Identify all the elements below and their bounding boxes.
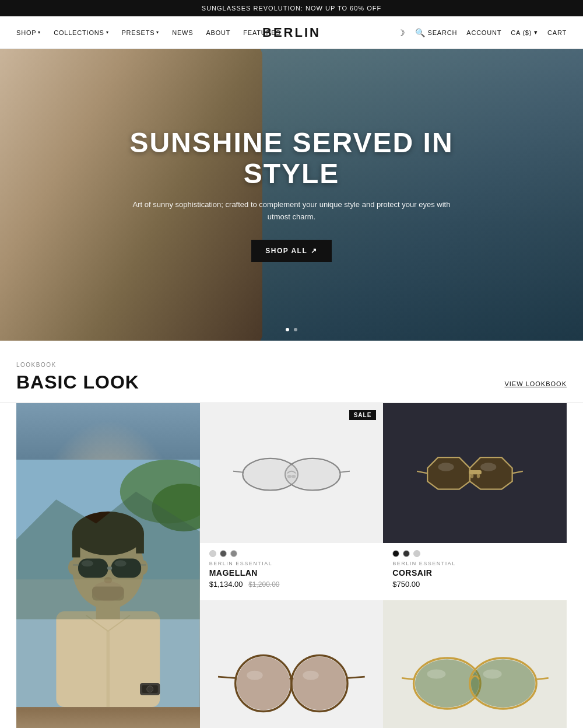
sale-badge: SALE (349, 410, 377, 420)
color-swatch-1[interactable] (209, 550, 216, 557)
product-brand: BERLIN ESSENTIAL (209, 561, 374, 566)
product-color-swatches (209, 550, 374, 557)
header-nav-left: SHOP ▾ COLLECTIONS ▾ PRESETS ▾ NEWS ABOU… (16, 29, 281, 36)
nav-shop[interactable]: SHOP ▾ (16, 29, 41, 36)
svg-point-32 (292, 475, 296, 478)
color-swatch-light[interactable] (413, 550, 420, 557)
color-swatch-black[interactable] (392, 550, 399, 557)
currency-selector[interactable]: CA ($) ▾ (511, 29, 538, 36)
moon-icon: ☽ (398, 28, 406, 37)
svg-line-39 (347, 677, 365, 678)
chevron-down-icon: ▾ (106, 30, 109, 35)
hero-content: SUNSHINE SERVED IN STYLE Art of sunny so… (117, 128, 466, 261)
products-section: SALE (0, 403, 583, 728)
header: SHOP ▾ COLLECTIONS ▾ PRESETS ▾ NEWS ABOU… (0, 16, 583, 49)
svg-line-29 (233, 471, 243, 472)
lookbook-header: LOOKBOOK BASIC LOOK VIEW LOOKBOOK (0, 341, 583, 403)
svg-point-57 (427, 669, 445, 678)
account-button[interactable]: ACCOUNT (466, 29, 501, 36)
product-price-corsair: $750.00 (392, 580, 557, 589)
svg-point-31 (287, 475, 292, 478)
site-logo[interactable]: BERLIN (262, 25, 321, 40)
hero-dots (286, 328, 297, 331)
product-brand-corsair: BERLIN ESSENTIAL (392, 561, 557, 566)
product-info-corsair: BERLIN ESSENTIAL CORSAIR $750.00 (383, 543, 567, 600)
svg-line-55 (402, 678, 414, 679)
hero-cta-button[interactable]: SHOP ALL ↗ (251, 240, 332, 262)
svg-line-30 (340, 471, 350, 472)
announcement-bar: SUNGLASSES REVOLUTION: NOW UP TO 60% OFF (0, 0, 583, 16)
product-column-2: BERLIN ESSENTIAL CORSAIR $750.00 (383, 403, 567, 728)
dark-mode-toggle[interactable]: ☽ (398, 28, 406, 37)
svg-point-54 (471, 659, 535, 707)
chevron-down-icon: ▾ (534, 29, 538, 36)
search-button[interactable]: 🔍 SEARCH (415, 28, 457, 37)
model-svg (16, 403, 200, 728)
svg-point-34 (237, 657, 290, 710)
lookbook-title: BASIC LOOK (16, 372, 139, 393)
arrow-icon: ↗ (311, 247, 318, 255)
svg-line-38 (218, 677, 236, 678)
product-info-magellan: BERLIN ESSENTIAL MAGELLAN $1,134.00 $1,2… (200, 543, 384, 600)
svg-rect-46 (469, 470, 482, 474)
product-price: $1,134.00 $1,200.00 (209, 580, 374, 589)
hero-subtitle: Art of sunny sophistication; crafted to … (128, 199, 455, 223)
nav-collections[interactable]: COLLECTIONS ▾ (54, 29, 108, 36)
hero-dot-1[interactable] (286, 328, 289, 331)
nav-about[interactable]: ABOUT (206, 29, 230, 36)
products-grid: SALE (16, 403, 567, 728)
feature-model-image (16, 403, 200, 728)
svg-point-44 (438, 463, 454, 471)
search-icon: 🔍 (415, 28, 426, 37)
product-image-3[interactable] (200, 600, 384, 728)
nav-news[interactable]: NEWS (172, 29, 193, 36)
color-swatch-3[interactable] (230, 550, 237, 557)
product3-glasses-svg (218, 649, 365, 715)
chevron-down-icon: ▾ (38, 30, 41, 35)
product-image-4[interactable] (383, 600, 567, 728)
hero-dot-2[interactable] (294, 328, 297, 331)
view-lookbook-link[interactable]: VIEW LOOKBOOK (504, 362, 567, 387)
chevron-down-icon: ▾ (156, 30, 159, 35)
svg-point-49 (470, 474, 473, 478)
product-color-swatches-corsair (392, 550, 557, 557)
svg-point-28 (286, 459, 339, 489)
product-card-4 (383, 600, 567, 728)
color-swatch-2[interactable] (220, 550, 227, 557)
feature-image-inner (16, 403, 200, 728)
hero-section: SUNSHINE SERVED IN STYLE Art of sunny so… (0, 49, 583, 341)
product-card-corsair: BERLIN ESSENTIAL CORSAIR $750.00 (383, 403, 567, 600)
svg-line-47 (417, 471, 427, 473)
hero-title: SUNSHINE SERVED IN STYLE (128, 128, 455, 190)
svg-point-50 (476, 474, 479, 478)
header-nav-right: ☽ 🔍 SEARCH ACCOUNT CA ($) ▾ CART (398, 28, 567, 37)
nav-presets[interactable]: PRESETS ▾ (121, 29, 159, 36)
announcement-text: SUNGLASSES REVOLUTION: NOW UP TO 60% OFF (202, 5, 381, 12)
magellan-glasses-svg (233, 452, 350, 495)
svg-line-48 (512, 471, 522, 473)
lookbook-label: LOOKBOOK (16, 362, 139, 368)
product-image-corsair[interactable] (383, 403, 567, 543)
color-swatch-dark[interactable] (403, 550, 410, 557)
product-name-corsair[interactable]: CORSAIR (392, 568, 557, 578)
svg-marker-42 (427, 457, 470, 489)
product4-glasses-svg (402, 649, 549, 715)
svg-point-36 (293, 657, 346, 710)
svg-point-40 (247, 671, 262, 680)
product-image-magellan[interactable]: SALE (200, 403, 384, 543)
svg-point-58 (483, 669, 501, 678)
lookbook-text: LOOKBOOK BASIC LOOK (16, 362, 139, 393)
product-column-1: SALE (200, 403, 384, 728)
product-card-3 (200, 600, 384, 728)
svg-point-41 (303, 671, 318, 680)
product-name[interactable]: MAGELLAN (209, 568, 374, 578)
product-card-magellan: SALE (200, 403, 384, 600)
cart-button[interactable]: CART (547, 29, 567, 36)
corsair-glasses-svg (417, 447, 533, 500)
svg-line-56 (536, 678, 549, 679)
svg-point-45 (480, 463, 496, 471)
